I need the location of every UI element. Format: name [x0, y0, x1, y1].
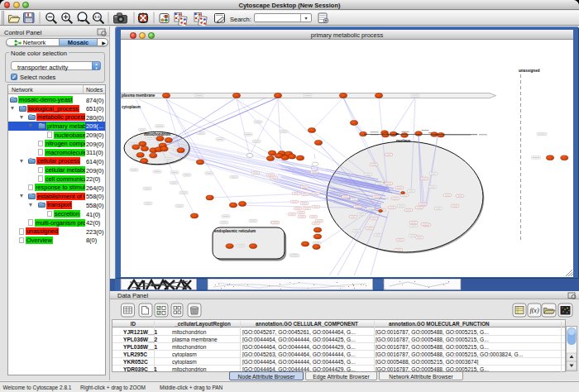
svg-text:nucleus: nucleus	[396, 139, 411, 143]
svg-text:cytoplasm: cytoplasm	[122, 105, 141, 109]
svg-text:endoplasmic reticulum: endoplasmic reticulum	[214, 229, 256, 233]
svg-text:mitochondrion: mitochondrion	[144, 132, 170, 136]
svg-text:f(x): f(x)	[529, 307, 538, 314]
svg-text:1:1: 1:1	[94, 15, 100, 19]
svg-text:plasma membrane: plasma membrane	[122, 93, 156, 98]
svg-text:unassigned: unassigned	[519, 69, 540, 73]
